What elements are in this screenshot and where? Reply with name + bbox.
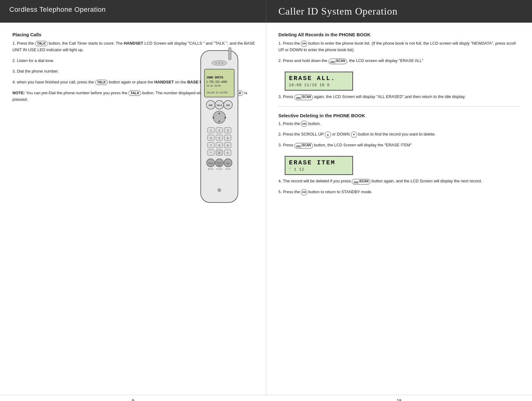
- svg-text:SCAN: SCAN: [225, 168, 230, 170]
- left-section-title: Placing Calls: [12, 32, 257, 37]
- right-s2-instruction-2: 2. Press the SCROLL UP ▲ or DOWN ▼ butto…: [279, 131, 520, 138]
- right-s2-instruction-1: 1. Press the DIR button.: [279, 121, 520, 127]
- right-instruction-3: 3. Press DEL/SCAN again, the LCD Screen …: [279, 94, 520, 100]
- header: Cordless Telephone Operation Caller ID S…: [0, 0, 532, 23]
- page-numbers: 9 18: [0, 395, 532, 401]
- svg-text:REDIAL: REDIAL: [216, 162, 222, 164]
- svg-text:FUNC: FUNC: [208, 163, 213, 164]
- left-title: Cordless Telephone Operation: [9, 6, 257, 14]
- svg-text:0: 0: [218, 151, 220, 154]
- svg-point-5: [221, 62, 223, 64]
- step-1-num: 1. Press the: [12, 41, 35, 46]
- talk-button-ref-3: TALK: [128, 91, 141, 96]
- right-section2-title: Selective Deleting in the PHONE BOOK: [279, 113, 520, 118]
- lcd1-line2: 10:00 11/18 10 0: [289, 83, 349, 87]
- header-right: Caller ID System Operation: [266, 0, 532, 23]
- talk-button-ref-1: TALK: [35, 41, 48, 46]
- section1-title-text: Deleting All Records in the PHONE BOOK: [279, 32, 371, 37]
- right-panel: Deleting All Records in the PHONE BOOK 1…: [266, 23, 532, 395]
- svg-text:▼: ▼: [218, 120, 221, 123]
- main-content: Placing Calls 1. Press the TALK button, …: [0, 23, 532, 395]
- svg-text:CALL: CALL: [217, 164, 221, 166]
- right-instruction-2: 2. Press and hold down the DEL/SCAN, the…: [279, 58, 520, 64]
- svg-text:8: 8: [218, 144, 220, 147]
- svg-text:*: *: [210, 151, 212, 154]
- page-num-right: 18: [266, 395, 532, 401]
- right-s2-instruction-5: 5. Press the DIR button to return to STA…: [279, 189, 520, 195]
- header-left: Cordless Telephone Operation: [0, 0, 266, 23]
- phone-illustration: JOHN SMITH 1-755-321-4466 10:28 10/00 CA…: [188, 47, 253, 210]
- lcd1-line1: ERASE ALL.: [289, 75, 349, 82]
- svg-text:10:28 10/00: 10:28 10/00: [206, 85, 221, 87]
- left-panel: Placing Calls 1. Press the TALK button, …: [0, 23, 266, 395]
- right-s2-instruction-3: 3. Press DEL/SCAN button, the LCD Screen…: [279, 142, 520, 149]
- del-scan-ref-2: DEL/SCAN: [294, 95, 313, 100]
- svg-point-56: [218, 189, 221, 192]
- svg-text:6: 6: [227, 136, 228, 140]
- del-scan-ref-1: DEL/SCAN: [329, 59, 347, 64]
- section-divider: [279, 106, 520, 107]
- svg-text:9: 9: [227, 144, 228, 147]
- svg-text:DIR: DIR: [208, 104, 212, 106]
- lcd2-line2: ' 1 12: [289, 167, 349, 172]
- talk-button-ref-2: TALK: [95, 80, 108, 85]
- svg-text:2: 2: [218, 129, 220, 132]
- right-instruction-1: 1. Press the DIR button to enter the pho…: [279, 40, 520, 53]
- right-s2-instruction-4: 4. The record will be deleted if you pre…: [279, 178, 520, 185]
- svg-text:4: 4: [210, 136, 212, 140]
- down-button-ref: ▼: [351, 131, 357, 138]
- svg-text:FLASH: FLASH: [216, 168, 222, 170]
- dir-button-ref-3: DIR: [301, 189, 307, 195]
- right-title: Caller ID System Operation: [279, 6, 520, 17]
- right-section1-title: Deleting All Records in the PHONE BOOK: [279, 32, 520, 37]
- svg-text:SEC: SEC: [226, 163, 230, 164]
- svg-text:▲: ▲: [218, 111, 221, 115]
- svg-text:7: 7: [210, 144, 212, 147]
- svg-text:►: ►: [224, 116, 227, 119]
- svg-point-4: [218, 62, 220, 64]
- svg-text:DIR: DIR: [226, 104, 230, 106]
- section2-title-text: Selective Deleting in the PHONE BOOK: [279, 113, 365, 118]
- dir-button-ref-1: DIR: [301, 41, 307, 47]
- svg-text:◄: ◄: [212, 116, 215, 119]
- svg-rect-1: [229, 47, 231, 60]
- dir-button-ref-2: DIR: [301, 121, 307, 127]
- svg-text:CALLER ID SYSTEM: CALLER ID SYSTEM: [206, 91, 228, 94]
- page-num-left: 9: [0, 395, 266, 401]
- svg-text:1: 1: [210, 129, 212, 132]
- svg-text:3: 3: [227, 129, 228, 132]
- svg-text:5: 5: [218, 136, 220, 140]
- svg-text:TALK: TALK: [216, 104, 222, 106]
- del-scan-ref-4: DEL/SCAN: [352, 179, 370, 185]
- svg-point-3: [215, 62, 217, 64]
- phone-svg: JOHN SMITH 1-755-321-4466 10:28 10/00 CA…: [188, 47, 250, 209]
- svg-text:1-755-321-4466: 1-755-321-4466: [206, 81, 227, 83]
- svg-text:MUTE: MUTE: [208, 168, 213, 170]
- lcd-display-2: ERASE ITEM ' 1 12: [285, 156, 353, 175]
- del-scan-ref-3: DEL/SCAN: [294, 143, 313, 149]
- lcd-display-1: ERASE ALL. 10:00 11/18 10 0: [285, 72, 353, 91]
- up-button-ref: ▲: [325, 131, 331, 138]
- lcd2-line1: ERASE ITEM: [289, 159, 349, 166]
- svg-text:JOHN SMITH: JOHN SMITH: [206, 76, 223, 79]
- svg-text:#: #: [227, 151, 228, 154]
